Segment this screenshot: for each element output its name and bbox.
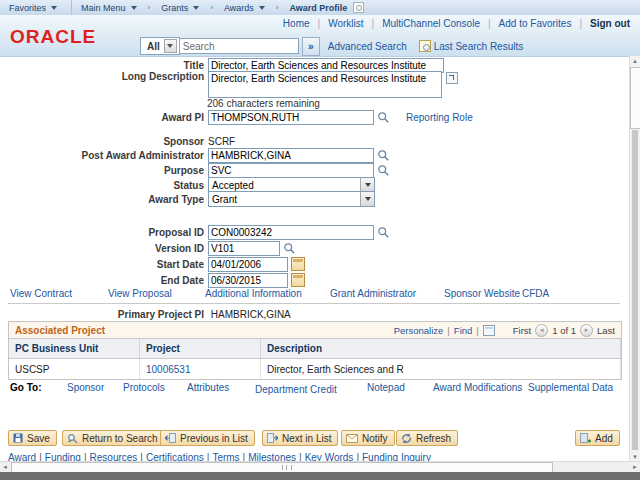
scroll-right-icon[interactable] xyxy=(630,462,640,472)
last-search-results[interactable]: Last Search Results xyxy=(419,40,524,52)
favorites-menu[interactable]: Favorites xyxy=(0,0,72,15)
horizontal-scrollbar[interactable] xyxy=(0,461,640,472)
return-to-search-icon xyxy=(67,433,78,444)
vertical-scrollbar[interactable] xyxy=(629,56,640,462)
chevron-down-icon xyxy=(360,178,374,192)
breadcrumb-main-menu[interactable]: Main Menu xyxy=(72,0,146,15)
breadcrumb-label: Awards xyxy=(224,3,254,13)
next-in-list-icon xyxy=(267,433,278,443)
save-icon xyxy=(13,433,23,443)
return-to-search-button[interactable]: Return to Search xyxy=(62,430,165,446)
search-scope-dropdown[interactable]: All xyxy=(140,37,180,55)
goto-label: Go To: xyxy=(10,382,41,393)
breadcrumb-awards[interactable]: Awards xyxy=(215,0,274,15)
taskbar-strip xyxy=(0,472,640,480)
worklist-link[interactable]: Worklist xyxy=(328,18,363,29)
add-to-favorites-link[interactable]: Add to Favorites xyxy=(499,18,572,29)
vertical-scroll-thumb[interactable] xyxy=(630,67,640,129)
toolbar: Save Return to Search Previous in List N… xyxy=(8,430,620,448)
long-description-textarea[interactable]: Director, Earth Sciences and Resources I… xyxy=(208,71,442,98)
divider xyxy=(8,303,620,304)
find-link[interactable]: Find xyxy=(454,325,472,336)
save-button[interactable]: Save xyxy=(8,430,57,446)
goto-protocols-link[interactable]: Protocols xyxy=(123,382,165,393)
post-award-admin-input[interactable] xyxy=(208,148,374,163)
sponsor-website-link[interactable]: Sponsor Website xyxy=(444,288,520,299)
vertical-scroll-track[interactable] xyxy=(632,130,638,450)
goto-department-credit-link[interactable]: Department Credit xyxy=(255,384,337,395)
breadcrumb-grants[interactable]: Grants xyxy=(152,0,208,15)
related-links-row: View Contract View Proposal Additional I… xyxy=(0,288,620,302)
version-id-input[interactable] xyxy=(208,241,280,256)
view-contract-link[interactable]: View Contract xyxy=(10,288,72,299)
goto-sponsor-link[interactable]: Sponsor xyxy=(67,382,104,393)
goto-supplemental-data-link[interactable]: Supplemental Data xyxy=(528,382,613,393)
grant-administrator-link[interactable]: Grant Administrator xyxy=(330,288,416,299)
start-date-row: Start Date xyxy=(0,256,305,272)
chevron-down-icon xyxy=(164,39,177,53)
page-zoom-icon[interactable] xyxy=(353,2,364,13)
expand-icon[interactable] xyxy=(446,72,458,84)
link-separator: | xyxy=(447,325,449,336)
pager-next-icon[interactable] xyxy=(580,324,593,337)
multichannel-console-link[interactable]: MultiChannel Console xyxy=(382,18,480,29)
award-profile-page: Favorites Main Menu › Grants › Awards › … xyxy=(0,0,640,480)
associated-project-grid: Associated Project Personalize | Find | … xyxy=(8,321,622,380)
search-go-button[interactable]: » xyxy=(302,37,320,56)
proposal-id-input[interactable] xyxy=(208,225,374,240)
advanced-search-link[interactable]: Advanced Search xyxy=(328,41,407,52)
grid-pager: First 1 of 1 Last xyxy=(513,324,615,337)
lookup-icon[interactable] xyxy=(377,226,390,239)
home-link[interactable]: Home xyxy=(283,18,310,29)
award-type-dropdown[interactable]: Grant xyxy=(208,191,375,207)
lookup-icon[interactable] xyxy=(283,242,296,255)
next-in-list-button[interactable]: Next in List xyxy=(262,430,338,446)
lookup-icon[interactable] xyxy=(377,164,390,177)
reporting-role-link[interactable]: Reporting Role xyxy=(406,112,473,123)
previous-in-list-icon xyxy=(165,433,176,443)
add-button[interactable]: Add xyxy=(575,430,620,446)
chevron-down-icon xyxy=(360,192,374,206)
last-search-results-link[interactable]: Last Search Results xyxy=(434,41,524,52)
calendar-icon[interactable] xyxy=(291,257,305,271)
start-date-label: Start Date xyxy=(0,259,208,270)
column-header-pc-business-unit: PC Business Unit xyxy=(9,339,140,359)
calendar-icon[interactable] xyxy=(291,273,305,287)
purpose-input[interactable] xyxy=(208,163,374,178)
status-value: Accepted xyxy=(209,180,360,191)
scroll-up-icon[interactable] xyxy=(630,56,640,66)
cfda-link[interactable]: CFDA xyxy=(522,288,549,299)
previous-in-list-button[interactable]: Previous in List xyxy=(160,430,255,446)
table-header-row: PC Business Unit Project Description xyxy=(9,339,621,359)
search-results-icon xyxy=(419,40,431,52)
additional-information-link[interactable]: Additional Information xyxy=(205,288,302,299)
scroll-left-icon[interactable] xyxy=(0,462,10,472)
sign-out-link[interactable]: Sign out xyxy=(590,18,630,29)
goto-notepad-link[interactable]: Notepad xyxy=(367,382,405,393)
award-pi-input[interactable] xyxy=(208,110,374,125)
start-date-input[interactable] xyxy=(208,257,288,272)
proposal-id-row: Proposal ID xyxy=(0,224,390,240)
search-input[interactable] xyxy=(180,38,299,54)
goto-award-modifications-link[interactable]: Award Modifications xyxy=(433,382,522,393)
breadcrumb-current-page: Award Profile xyxy=(280,0,373,15)
lookup-icon[interactable] xyxy=(377,149,390,162)
notify-button[interactable]: Notify xyxy=(341,430,395,446)
project-link[interactable]: 10006531 xyxy=(146,364,191,375)
lookup-icon[interactable] xyxy=(377,111,390,124)
link-separator: | xyxy=(310,18,329,29)
long-description-label: Long Description xyxy=(0,71,208,82)
chevron-down-icon xyxy=(259,6,265,10)
post-award-admin-row: Post Award Administrator xyxy=(0,147,390,163)
refresh-button[interactable]: Refresh xyxy=(396,430,458,446)
search-bar: All » Advanced Search Last Search Result… xyxy=(140,37,523,55)
refresh-label: Refresh xyxy=(416,433,451,444)
personalize-link[interactable]: Personalize xyxy=(394,325,444,336)
view-proposal-link[interactable]: View Proposal xyxy=(108,288,172,299)
primary-project-pi-value: HAMBRICK,GINA xyxy=(211,309,291,320)
view-all-icon[interactable] xyxy=(483,325,495,336)
pager-previous-icon[interactable] xyxy=(535,324,548,337)
end-date-input[interactable] xyxy=(208,273,288,288)
goto-attributes-link[interactable]: Attributes xyxy=(187,382,229,393)
status-label: Status xyxy=(0,180,208,191)
